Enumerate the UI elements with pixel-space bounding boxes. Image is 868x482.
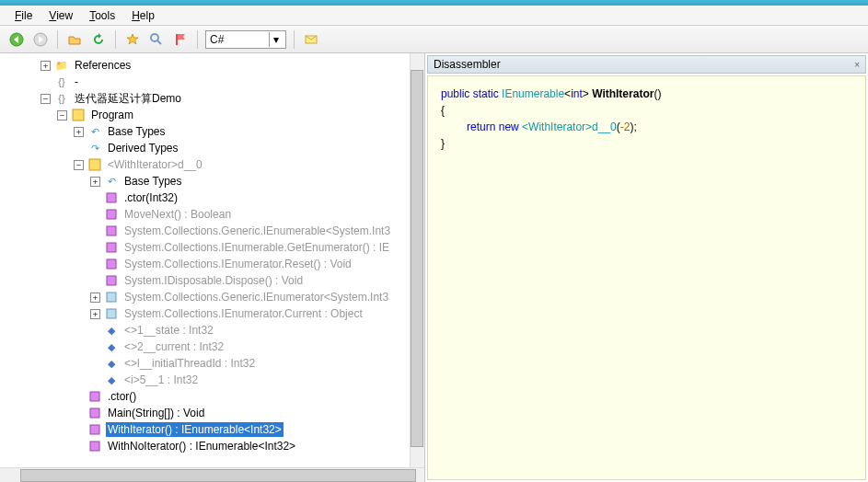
tree-node-threadid[interactable]: ◆<>l__initialThreadId : Int32	[0, 355, 424, 372]
tree-node-movenext[interactable]: MoveNext() : Boolean	[0, 206, 424, 223]
arrow-icon: ↶	[87, 124, 102, 139]
code-line: return new <WithIterator>d__0(-2);	[441, 119, 852, 135]
svg-rect-4	[176, 34, 178, 45]
toolbar-separator	[115, 30, 116, 49]
menu-view[interactable]: View	[41, 7, 80, 24]
language-combo[interactable]: C# ▾	[205, 30, 286, 49]
main-area: +📁References {}- −{}迭代器延迟计算Demo −Program…	[0, 53, 868, 482]
tree-node-sys3[interactable]: System.Collections.IEnumerator.Reset() :…	[0, 256, 424, 272]
tree-node-withiterator[interactable]: WithIterator() : IEnumerable<Int32>	[0, 421, 424, 438]
tree-node-sys4[interactable]: System.IDisposable.Dispose() : Void	[0, 272, 424, 289]
tree-label: <>l__initialThreadId : Int32	[122, 356, 257, 371]
menubar: File View Tools Help	[0, 6, 868, 26]
tree-node-withiterator-class[interactable]: −<WithIterator>d__0	[0, 156, 424, 173]
tree-node-program[interactable]: −Program	[0, 107, 424, 123]
tree-label: Base Types	[122, 174, 183, 189]
blank-icon	[41, 77, 51, 87]
mail-button[interactable]	[302, 30, 320, 49]
expand-icon[interactable]: +	[74, 127, 84, 137]
tree-label: System.Collections.Generic.IEnumerator<S…	[122, 290, 390, 304]
tree-label: .ctor(Int32)	[122, 190, 179, 205]
tree-node-sys1[interactable]: System.Collections.Generic.IEnumerable<S…	[0, 223, 424, 239]
code-line: public static IEnumerable<int> WithItera…	[441, 86, 852, 102]
collapse-icon[interactable]: −	[74, 160, 84, 170]
field-icon: ◆	[104, 373, 119, 387]
tree-node-i5[interactable]: ◆<i>5__1 : Int32	[0, 372, 424, 388]
back-button[interactable]	[7, 30, 26, 49]
code-view[interactable]: public static IEnumerable<int> WithItera…	[427, 75, 866, 480]
toolbar-separator	[197, 30, 198, 49]
menu-help[interactable]: Help	[124, 7, 162, 24]
method-icon	[87, 439, 102, 453]
tree-vertical-scrollbar[interactable]	[410, 53, 424, 467]
expand-icon[interactable]: +	[90, 309, 100, 319]
svg-rect-18	[90, 425, 99, 434]
method-icon	[104, 273, 119, 288]
svg-rect-14	[107, 293, 116, 302]
language-combo-value: C#	[210, 33, 224, 46]
tree-label: Program	[89, 108, 135, 122]
svg-rect-7	[89, 159, 100, 170]
forward-button[interactable]	[31, 30, 50, 49]
close-icon[interactable]: ×	[854, 60, 860, 70]
tree-node-state[interactable]: ◆<>1__state : Int32	[0, 322, 424, 339]
tree-node-current[interactable]: ◆<>2__current : Int32	[0, 339, 424, 355]
tree-label: System.Collections.Generic.IEnumerable<S…	[122, 224, 392, 238]
scrollbar-thumb[interactable]	[20, 469, 416, 482]
svg-rect-13	[107, 276, 116, 285]
blank-icon	[74, 143, 84, 154]
tree-node-basetypes2[interactable]: +↶Base Types	[0, 173, 424, 189]
tree-node-basetypes[interactable]: +↶Base Types	[0, 123, 424, 140]
disassembler-panel-header: Disassembler ×	[427, 55, 866, 74]
tree-node-ctor[interactable]: .ctor()	[0, 388, 424, 405]
flag-button[interactable]	[171, 30, 190, 49]
tree-node-sys2[interactable]: System.Collections.IEnumerable.GetEnumer…	[0, 239, 424, 256]
expand-icon[interactable]: +	[90, 293, 100, 303]
svg-rect-6	[73, 109, 84, 120]
tree-horizontal-scrollbar[interactable]	[0, 467, 424, 482]
tree-node-main[interactable]: Main(String[]) : Void	[0, 405, 424, 421]
tree-pane: +📁References {}- −{}迭代器延迟计算Demo −Program…	[0, 53, 425, 482]
tree-label: 迭代器延迟计算Demo	[73, 90, 183, 108]
favorite-button[interactable]	[123, 30, 142, 49]
menu-file[interactable]: File	[7, 7, 40, 24]
search-button[interactable]	[147, 30, 166, 49]
tree-node-ctor-int[interactable]: .ctor(Int32)	[0, 189, 424, 206]
field-icon: ◆	[104, 339, 119, 354]
menu-tools[interactable]: Tools	[82, 7, 122, 24]
tree-label: References	[73, 58, 133, 73]
svg-line-3	[157, 40, 161, 44]
tree-label: <>1__state : Int32	[122, 323, 215, 338]
tree-node-dash[interactable]: {}-	[0, 74, 424, 90]
scrollbar-thumb[interactable]	[411, 70, 423, 447]
tree-label: .ctor()	[106, 389, 138, 404]
expand-icon[interactable]: +	[41, 61, 51, 71]
arrow-icon: ↶	[104, 174, 119, 189]
toolbar: C# ▾	[0, 26, 868, 53]
refresh-button[interactable]	[89, 30, 108, 49]
tree-node-demo[interactable]: −{}迭代器延迟计算Demo	[0, 90, 424, 107]
expand-icon[interactable]: +	[90, 177, 100, 187]
tree-node-derivedtypes[interactable]: ↷Derived Types	[0, 140, 424, 156]
tree-node-references[interactable]: +📁References	[0, 57, 424, 74]
collapse-icon[interactable]: −	[57, 110, 67, 120]
svg-rect-16	[90, 392, 99, 401]
tree-scroll[interactable]: +📁References {}- −{}迭代器延迟计算Demo −Program…	[0, 53, 424, 467]
method-icon	[104, 207, 119, 222]
svg-point-2	[151, 34, 158, 41]
tree-node-sys6[interactable]: +System.Collections.IEnumerator.Current …	[0, 305, 424, 322]
method-icon	[87, 389, 102, 404]
tree: +📁References {}- −{}迭代器延迟计算Demo −Program…	[0, 53, 424, 458]
open-button[interactable]	[65, 30, 84, 49]
tree-label: WithNoIterator() : IEnumerable<Int32>	[106, 439, 297, 453]
field-icon: ◆	[104, 323, 119, 338]
tree-node-withnoiterator[interactable]: WithNoIterator() : IEnumerable<Int32>	[0, 438, 424, 454]
tree-label: System.IDisposable.Dispose() : Void	[122, 273, 305, 288]
tree-label: MoveNext() : Boolean	[122, 207, 233, 222]
method-icon	[87, 406, 102, 420]
tree-label: <>2__current : Int32	[122, 339, 226, 354]
code-line: }	[441, 135, 852, 152]
method-icon	[104, 224, 119, 238]
collapse-icon[interactable]: −	[41, 94, 51, 104]
tree-node-sys5[interactable]: +System.Collections.Generic.IEnumerator<…	[0, 289, 424, 305]
